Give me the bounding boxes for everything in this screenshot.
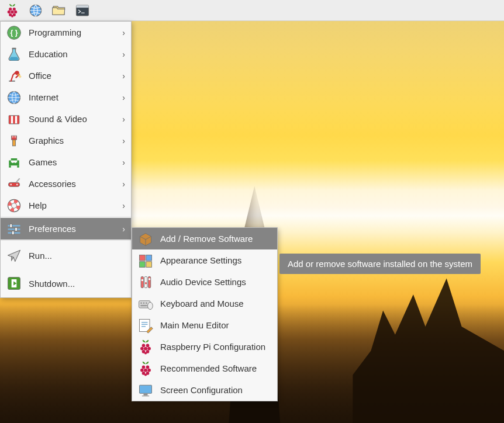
svg-rect-32 (8, 228, 20, 230)
submenu-item-label: Recommended Software (160, 363, 271, 373)
raspberry-menu-button[interactable] (4, 2, 21, 19)
chevron-right-icon: › (122, 71, 125, 81)
menu-item-office[interactable]: Office › (1, 65, 131, 86)
menu-item-label: Education (29, 49, 116, 59)
svg-rect-23 (17, 165, 19, 168)
svg-point-53 (148, 302, 153, 309)
submenu-item-screen-configuration[interactable]: Screen Configuration (132, 379, 277, 401)
package-icon (137, 230, 154, 248)
svg-point-45 (141, 279, 144, 281)
menu-item-internet[interactable]: Internet › (1, 86, 131, 108)
svg-point-56 (146, 344, 150, 347)
svg-rect-40 (140, 261, 146, 267)
braces-icon: { } (5, 24, 23, 41)
menu-item-label: Games (29, 157, 116, 167)
svg-point-1 (13, 7, 16, 10)
submenu-item-label: Appearance Settings (160, 255, 271, 265)
menu-item-sound-video[interactable]: Sound & Video › (1, 108, 131, 130)
svg-rect-36 (12, 231, 15, 234)
svg-rect-72 (144, 394, 148, 396)
menu-item-graphics[interactable]: Graphics › (1, 130, 131, 151)
svg-rect-25 (15, 161, 16, 163)
svg-point-63 (142, 365, 146, 369)
raspberry-icon (5, 3, 20, 18)
svg-rect-49 (140, 302, 142, 304)
menu-item-accessories[interactable]: Accessories › (1, 173, 131, 195)
submenu-item-recommended-software[interactable]: Recommended Software (132, 358, 277, 379)
tooltip: Add or remove software installed on the … (279, 254, 481, 274)
submenu-item-main-menu-editor[interactable]: Main Menu Editor (132, 314, 277, 336)
chevron-right-icon: › (122, 28, 125, 37)
submenu-item-appearance-settings[interactable]: Appearance Settings (132, 249, 277, 271)
svg-point-58 (144, 346, 147, 350)
menu-item-label: Run... (29, 251, 125, 261)
web-browser-launcher[interactable] (27, 2, 44, 19)
svg-point-7 (11, 15, 13, 17)
chevron-right-icon: › (122, 201, 125, 210)
svg-rect-20 (12, 140, 15, 146)
lamp-icon (5, 67, 23, 85)
menu-item-education[interactable]: Education › (1, 43, 131, 65)
mixer-icon (137, 273, 154, 291)
menu-item-label: Shutdown... (29, 279, 125, 289)
taskbar-panel (0, 0, 504, 21)
svg-rect-13 (12, 47, 16, 49)
svg-rect-35 (15, 227, 18, 231)
menu-item-label: Graphics (29, 136, 116, 145)
menu-item-programming[interactable]: { } Programming › (1, 22, 131, 43)
menu-item-label: Internet (29, 92, 116, 102)
chevron-right-icon: › (122, 158, 125, 167)
svg-point-30 (12, 203, 17, 208)
svg-point-27 (10, 183, 12, 185)
paperplane-icon (5, 247, 23, 264)
globe-icon (28, 3, 43, 18)
svg-point-65 (140, 368, 144, 372)
submenu-item-audio-device-settings[interactable]: Audio Device Settings (132, 271, 277, 293)
svg-point-70 (144, 373, 147, 376)
terminal-launcher[interactable] (74, 2, 91, 19)
svg-rect-17 (9, 115, 11, 123)
menu-item-preferences[interactable]: Preferences › (1, 218, 131, 240)
chevron-right-icon: › (122, 224, 125, 234)
menu-item-games[interactable]: Games › (1, 151, 131, 173)
menu-item-label: Help (29, 200, 116, 210)
keyboard-icon (137, 295, 154, 313)
svg-rect-24 (12, 161, 14, 163)
menu-item-label: Programming (29, 27, 116, 37)
monitor-icon (137, 382, 154, 399)
svg-point-62 (144, 352, 147, 354)
menu-item-run[interactable]: Run... (1, 241, 131, 269)
svg-rect-22 (9, 165, 11, 168)
menu-item-help[interactable]: Help › (1, 195, 131, 216)
menu-separator (1, 217, 131, 217)
submenu-item-label: Keyboard and Mouse (160, 299, 271, 308)
svg-rect-10 (76, 5, 88, 8)
svg-rect-18 (13, 115, 15, 123)
submenu-item-label: Audio Device Settings (160, 277, 271, 287)
submenu-item-label: Main Menu Editor (160, 320, 271, 330)
menu-item-label: Preferences (29, 224, 116, 234)
svg-point-3 (11, 10, 14, 13)
submenu-item-raspberry-pi-configuration[interactable]: Raspberry Pi Configuration (132, 336, 277, 358)
chevron-right-icon: › (122, 93, 125, 102)
submenu-item-label: Raspberry Pi Configuration (160, 342, 271, 352)
svg-point-59 (147, 346, 151, 350)
svg-point-64 (146, 365, 150, 369)
chevron-right-icon: › (122, 115, 125, 124)
svg-rect-26 (8, 182, 19, 186)
menu-item-shutdown[interactable]: Shutdown... (1, 269, 131, 297)
svg-point-67 (147, 368, 151, 372)
svg-rect-73 (142, 395, 149, 396)
svg-point-66 (144, 368, 147, 372)
svg-rect-52 (140, 304, 147, 306)
submenu-item-add-remove-software[interactable]: Add / Remove Software (132, 228, 277, 249)
svg-point-0 (9, 7, 12, 10)
svg-point-47 (149, 278, 151, 280)
svg-rect-41 (146, 261, 152, 267)
file-manager-launcher[interactable] (50, 2, 68, 19)
svg-point-4 (14, 10, 17, 13)
submenu-item-label: Screen Configuration (160, 385, 271, 395)
menu-item-label: Accessories (29, 179, 116, 189)
menu-item-label: Sound & Video (29, 114, 116, 124)
submenu-item-keyboard-mouse[interactable]: Keyboard and Mouse (132, 293, 277, 314)
